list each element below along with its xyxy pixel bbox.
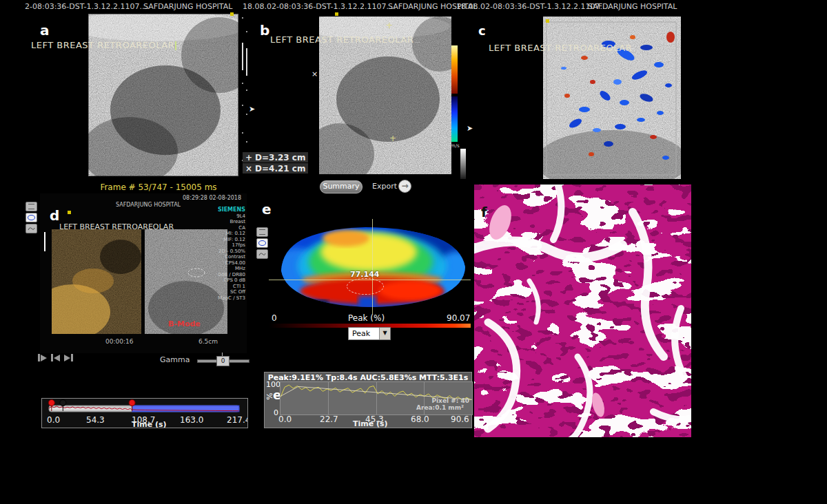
clip-duration: 00:00:16 — [105, 338, 133, 345]
timeline-tick: 163.0 — [180, 415, 203, 425]
roi-toolbar — [25, 202, 37, 233]
export-button[interactable]: → — [398, 180, 411, 193]
mline-cursor — [44, 232, 45, 251]
peak-parametric-map: 77.144 — [269, 219, 471, 314]
param-line: 17fps — [215, 242, 245, 249]
mode-label: B-Mode — [168, 319, 201, 328]
timeline-tick: 0.0 — [47, 415, 60, 425]
panel-label-d: d — [50, 207, 59, 224]
prev-frame-button[interactable] — [51, 354, 60, 361]
param-line: SC Off — [215, 289, 245, 295]
timeline-tick: 217.4 — [227, 415, 248, 425]
param-line: CPS 0 dB — [215, 277, 245, 284]
panel-label-a: a — [40, 22, 50, 39]
figure-canvas: 2-08:03:36-DST-1.3.12.2.1107.... SAFDARJ… — [0, 0, 827, 504]
dicom-tag: 18.08.02-08:03:36-DST-1.3.12.2.1107.... — [456, 2, 609, 11]
measurement-row: + D=3.23 cm — [243, 152, 308, 162]
param-line: 0dB / DR80 — [215, 272, 245, 278]
dicom-tag: 2-08:03:36-DST-1.3.12.2.1107.... — [25, 2, 149, 11]
panel-label-f: f — [481, 204, 487, 220]
depth-ruler — [246, 48, 247, 76]
roi-rect-icon[interactable] — [25, 202, 37, 211]
roi-toolbar — [256, 227, 268, 259]
pixel-count-overlay: Pixel #: 40 — [431, 397, 469, 404]
panel-e-tic: Peak:9.1E1% Tp:8.4s AUC:5.8E3%s MTT:5.3E… — [264, 372, 472, 428]
param-line: 2D - 0.50% — [215, 249, 245, 255]
roi-rect-icon[interactable] — [256, 227, 268, 237]
panel-label-b: b — [260, 22, 269, 39]
map-type-dropdown[interactable]: Peak ▼ — [348, 327, 391, 340]
doppler-image-c — [543, 17, 681, 179]
focus-arrow-icon: ➤ — [249, 105, 255, 114]
param-line: CTI 1 — [215, 284, 245, 290]
hospital-name: SAFDARJUNG HOSPITAL — [588, 2, 677, 11]
roi-dashed-ellipse — [347, 278, 384, 295]
hospital-name: SAFDARJUNG HOSPITAL — [116, 202, 181, 208]
caliper-icon: + — [245, 153, 252, 162]
depth-ruler — [242, 43, 243, 70]
text-cursor — [175, 41, 176, 50]
doppler-unit: cm/s — [448, 143, 460, 149]
crosshair-vertical — [372, 219, 373, 314]
probe-marker — [230, 12, 234, 16]
caliper-icon: × — [245, 164, 252, 174]
roi-trace-icon[interactable] — [25, 224, 37, 233]
tic-tick: 68.0 — [411, 414, 429, 424]
caliper-icon: × — [312, 70, 318, 78]
param-line: MapC / ST3 — [215, 295, 245, 302]
contrast-image — [52, 229, 141, 334]
tic-tick: 90.6 — [451, 414, 469, 424]
timeline-scrubber[interactable] — [46, 399, 242, 414]
param-line: MI: 0.12 — [215, 231, 245, 237]
scale-label: Peak (%) — [348, 313, 385, 323]
acquisition-params: SIEMENS 9L4BreastCAMI: 0.12MIF: 0.1217fp… — [215, 207, 245, 301]
dicom-tag: 18.08.02-08:03:36-DST-1.3.12.2.1107.... — [243, 2, 396, 11]
doppler-colorbar-positive — [451, 45, 458, 94]
scale-min: 0 — [272, 313, 277, 323]
tic-tick: 0.0 — [278, 414, 292, 424]
timeline-axis-label: Time (s) — [132, 420, 167, 428]
y-min-label: 0 — [274, 408, 278, 417]
summary-button[interactable]: Summary — [320, 180, 363, 193]
ceus-screenshot: 08:29:28 02-08-2018 SAFDARJUNG HOSPITAL … — [40, 193, 247, 353]
param-line: Contrast — [215, 254, 245, 260]
clip-timestamp: 08:29:28 02-08-2018 — [183, 195, 241, 201]
text-cursor — [415, 42, 420, 43]
param-line: Breast — [215, 219, 245, 225]
area-overlay: Area:0.1 mm² — [416, 404, 464, 411]
probe-marker — [546, 19, 549, 23]
depth-readout: 6.5cm — [198, 338, 218, 345]
hospital-name: SAFDARJUNG HOSPITAL — [143, 2, 232, 11]
param-line: MIF: 0.12 — [215, 237, 245, 243]
vendor-logo: SIEMENS — [215, 207, 245, 213]
frame-counter: Frame # 53/747 - 15005 ms — [69, 182, 248, 192]
gamma-slider-thumb[interactable]: 0 — [216, 356, 229, 366]
measurement-results: + D=3.23 cm × D=4.21 cm — [243, 152, 308, 174]
play-button[interactable] — [38, 354, 47, 361]
ultrasound-image-a — [88, 14, 238, 176]
panel-label-c: c — [478, 23, 486, 38]
tic-tick: 22.7 — [320, 414, 338, 424]
roi-ellipse-icon[interactable] — [256, 238, 268, 248]
playback-controls — [38, 354, 77, 361]
next-frame-button[interactable] — [64, 354, 73, 361]
grayscale-bar — [460, 149, 466, 179]
probe-marker — [68, 211, 71, 214]
annotation-a: LEFT BREAST RETROAREOLAR — [31, 40, 176, 50]
caliper-icon: + — [386, 21, 393, 30]
param-line: CA — [215, 225, 245, 231]
dropdown-value: Peak — [349, 329, 379, 338]
probe-marker — [335, 12, 338, 16]
param-list: 9L4BreastCAMI: 0.12MIF: 0.1217fps2D - 0.… — [215, 213, 245, 302]
focus-arrow-icon: ➤ — [467, 124, 473, 133]
timeline-tick: 54.3 — [86, 415, 105, 425]
roi-trace-icon[interactable] — [256, 249, 268, 259]
export-label: Export — [372, 182, 397, 191]
chevron-down-icon[interactable]: ▼ — [379, 328, 390, 339]
annotation-b: LEFT BREAST RETROAREOLAR — [270, 34, 420, 45]
tic-plot-area: Pixel #: 40 Area:0.1 mm² — [280, 381, 473, 415]
panel-label-e: e — [262, 201, 272, 218]
param-line: 9L4 — [215, 213, 245, 220]
roi-ellipse-icon[interactable] — [25, 213, 37, 222]
caliper-icon: + — [389, 134, 396, 143]
